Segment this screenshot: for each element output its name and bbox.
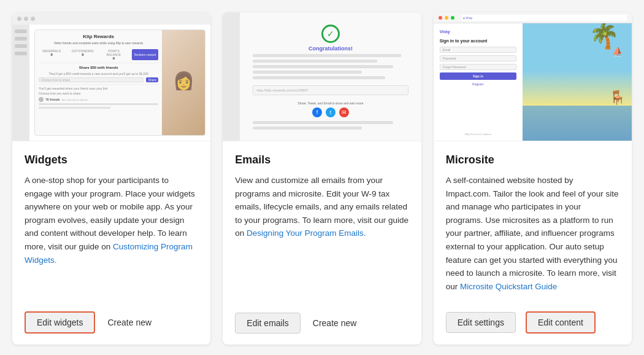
- widgets-description: A one-stop shop for your participants to…: [25, 174, 198, 293]
- microsite-content: Microsite A self-contained website hoste…: [434, 141, 632, 303]
- water-overlay: [523, 106, 632, 141]
- email-share-text: Share, Tweet, and Email to show and earn…: [298, 101, 364, 105]
- widgets-content: Widgets A one-stop shop for your partici…: [12, 141, 210, 303]
- microsite-logo: Viray: [440, 29, 516, 34]
- edit-emails-button[interactable]: Edit emails: [235, 313, 300, 334]
- widgets-card: Klip Rewards Refer friends and complete …: [12, 12, 210, 345]
- email-code-bar: http://klip rewards.com/cc25897: [253, 85, 409, 95]
- microsite-footer: FAQ Terms & Conditions: [440, 133, 516, 136]
- close-dot: [439, 16, 442, 20]
- microsite-description: A self-contained website hosted by Impac…: [446, 174, 619, 293]
- microsite-login-panel: Viray Sign in to your account Email Pass…: [434, 23, 523, 141]
- email-social-icons: f t ✉: [312, 107, 349, 117]
- twitter-icon: t: [326, 107, 335, 117]
- emails-content: Emails View and customize all emails fro…: [223, 141, 421, 304]
- widget-title: Klip Rewards: [39, 34, 158, 39]
- emails-link[interactable]: Designing Your Program Emails.: [247, 228, 366, 238]
- boat-icon: ⛵: [612, 47, 623, 57]
- microsite-title: Microsite: [446, 154, 619, 166]
- microsite-preview: ● Viray Viray Sign in to your account Em…: [434, 12, 632, 141]
- max-dot: [451, 16, 454, 20]
- emails-description: View and customize all emails from your …: [235, 174, 408, 294]
- emails-card: ✓ Congratulations! http://klip rewards.c…: [223, 12, 421, 345]
- widgets-link[interactable]: Customizing Program Widgets.: [25, 242, 193, 265]
- widgets-create-new-button[interactable]: Create new: [105, 313, 154, 332]
- emails-preview: ✓ Congratulations! http://klip rewards.c…: [223, 12, 421, 141]
- beach-chair-icon: 🪑: [609, 90, 626, 106]
- address-bar: ● Viray: [461, 15, 627, 21]
- emails-create-new-button[interactable]: Create new: [310, 313, 359, 333]
- email-icon: ✉: [339, 107, 349, 117]
- cards-container: Klip Rewards Refer friends and complete …: [12, 12, 632, 345]
- min-dot: [445, 16, 448, 20]
- widgets-title: Widgets: [25, 154, 198, 166]
- widget-subtitle: Refer friends and complete tasks while u…: [39, 41, 158, 45]
- microsite-footer-buttons: Edit settings Edit content: [434, 303, 632, 345]
- browser-bar: ● Viray: [434, 12, 632, 23]
- microsite-card: ● Viray Viray Sign in to your account Em…: [434, 12, 632, 345]
- microsite-forgot-field: Forgot Password: [440, 64, 516, 70]
- microsite-beach-panel: 🌴 🪑 ⛵: [523, 23, 632, 141]
- microsite-link[interactable]: Microsite Quickstart Guide: [460, 282, 557, 291]
- edit-widgets-button[interactable]: Edit widgets: [25, 311, 95, 334]
- microsite-email-field: Email: [440, 47, 516, 53]
- microsite-register-link[interactable]: Register: [440, 82, 516, 86]
- microsite-password-field: Password: [440, 55, 516, 61]
- emails-footer: Edit emails Create new: [223, 304, 421, 345]
- palm-tree-icon: 🌴: [589, 23, 619, 48]
- microsite-signin-label: Sign in to your account: [440, 39, 516, 43]
- email-congrats-title: Congratulations!: [309, 45, 353, 52]
- email-check-icon: ✓: [321, 25, 340, 43]
- widgets-footer: Edit widgets Create new: [12, 303, 210, 345]
- emails-title: Emails: [235, 154, 408, 166]
- facebook-icon: f: [312, 107, 322, 117]
- edit-content-button[interactable]: Edit content: [526, 311, 596, 334]
- microsite-submit-button[interactable]: Sign in: [440, 72, 516, 80]
- edit-settings-button[interactable]: Edit settings: [446, 312, 516, 333]
- widgets-preview: Klip Rewards Refer friends and complete …: [12, 12, 210, 141]
